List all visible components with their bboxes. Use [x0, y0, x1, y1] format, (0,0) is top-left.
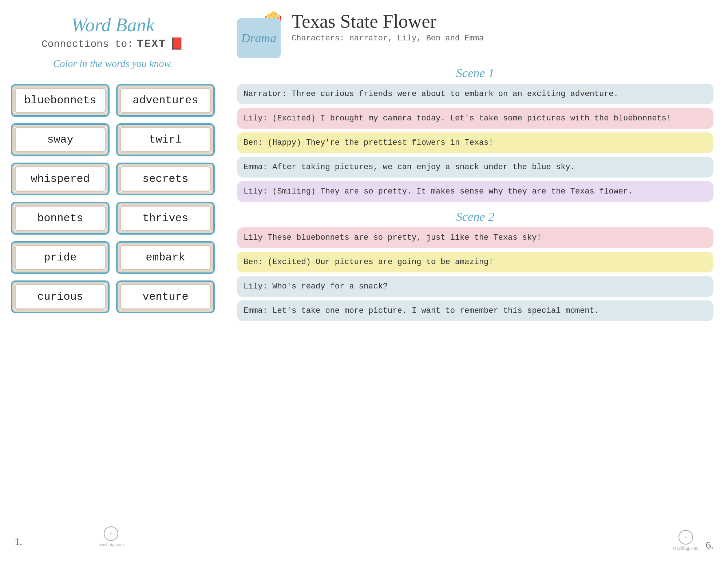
drama-badge-wrap: 🍿 Drama: [237, 11, 284, 58]
right-footer-logo: ✎ teachbig.com: [673, 530, 699, 551]
scene2-heading: Scene 2: [237, 210, 713, 224]
dialog-lily-bluebonnets: Lily These bluebonnets are so pretty, ju…: [237, 227, 713, 248]
dialog-ben-happy: Ben: (Happy) They're the prettiest flowe…: [237, 132, 713, 153]
texas-title: Texas State Flower: [292, 11, 713, 32]
right-page-number: 6.: [702, 539, 713, 551]
dialog-narrator: Narrator: Three curious friends were abo…: [237, 84, 713, 104]
word-card-sway[interactable]: sway: [11, 123, 110, 156]
connections-value: TEXT: [137, 38, 166, 50]
word-card-thrives[interactable]: thrives: [116, 202, 215, 235]
word-card-pride[interactable]: pride: [11, 241, 110, 274]
left-panel: Word Bank Connections to: TEXT 📕 Color i…: [0, 0, 226, 562]
word-card-embark[interactable]: embark: [116, 241, 215, 274]
dialog-lily-excited: Lily: (Excited) I brought my camera toda…: [237, 108, 713, 129]
dialog-lily-smiling: Lily: (Smiling) They are so pretty. It m…: [237, 181, 713, 202]
word-card-bonnets[interactable]: bonnets: [11, 202, 110, 235]
word-card-whispered[interactable]: whispered: [11, 163, 110, 195]
left-footer-logo: ✎ teachbig.com: [99, 526, 124, 547]
right-panel: 🍿 Drama Texas State Flower Characters: n…: [226, 0, 728, 562]
book-icon: 📕: [170, 37, 184, 51]
word-card-venture[interactable]: venture: [116, 280, 215, 313]
connections-line: Connections to: TEXT 📕: [41, 37, 184, 51]
word-card-secrets[interactable]: secrets: [116, 163, 215, 195]
left-page-number: 1.: [11, 536, 22, 547]
word-card-curious[interactable]: curious: [11, 280, 110, 313]
dialog-lily-snack: Lily: Who's ready for a snack?: [237, 276, 713, 297]
drama-header: 🍿 Drama Texas State Flower Characters: n…: [237, 11, 713, 58]
dialog-emma-picture: Emma: Let's take one more picture. I wan…: [237, 300, 713, 321]
dialog-emma-snack: Emma: After taking pictures, we can enjo…: [237, 157, 713, 178]
connections-label: Connections to:: [41, 39, 133, 50]
word-card-bluebonnets[interactable]: bluebonnets: [11, 84, 110, 117]
drama-label: Drama: [241, 31, 276, 45]
word-card-twirl[interactable]: twirl: [116, 123, 215, 156]
color-instruction: Color in the words you know.: [53, 58, 173, 69]
characters-line: Characters: narrator, Lily, Ben and Emma: [292, 34, 713, 43]
word-grid: bluebonnets adventures sway twirl whispe…: [11, 84, 215, 313]
word-card-adventures[interactable]: adventures: [116, 84, 215, 117]
title-section: Texas State Flower Characters: narrator,…: [292, 11, 713, 43]
drama-badge: Drama: [237, 18, 281, 58]
scene1-heading: Scene 1: [237, 66, 713, 80]
dialog-ben-excited: Ben: (Excited) Our pictures are going to…: [237, 252, 713, 272]
word-bank-title: Word Bank: [71, 15, 155, 35]
